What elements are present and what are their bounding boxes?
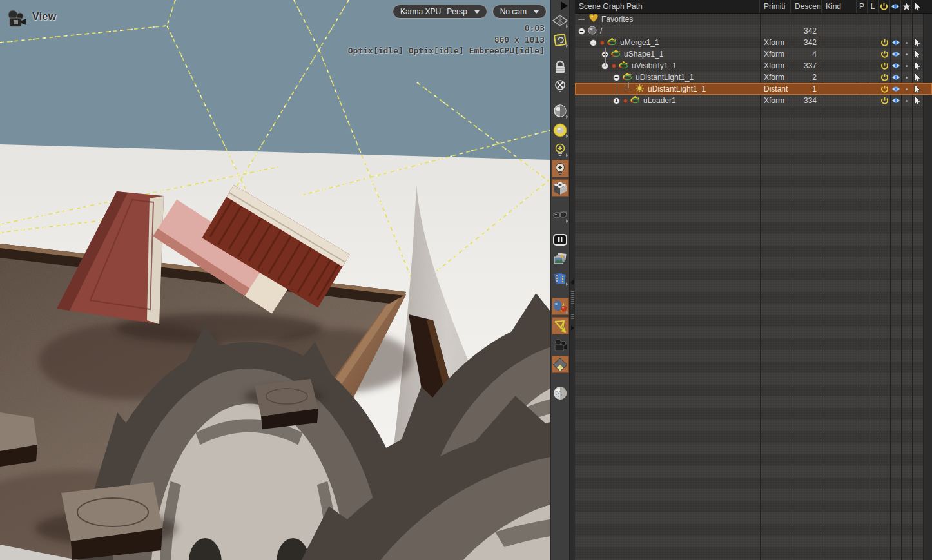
scene-graph-row[interactable]: Favorites bbox=[575, 14, 932, 25]
splitter-right-arrow-icon[interactable] bbox=[571, 325, 574, 331]
scene-lights-icon[interactable] bbox=[552, 160, 569, 177]
visibility-toggle[interactable] bbox=[890, 86, 901, 92]
select-cursor-icon[interactable] bbox=[912, 0, 922, 13]
column-header-l[interactable]: L bbox=[868, 0, 879, 13]
xform-icon bbox=[607, 37, 617, 48]
descendants-count-cell: 337 bbox=[791, 61, 822, 70]
star-dot-icon[interactable] bbox=[906, 42, 908, 44]
select-cursor-cell[interactable] bbox=[912, 61, 922, 70]
power-toggle[interactable] bbox=[879, 62, 890, 70]
scene-graph-row[interactable]: +uShape1_1Xform4 bbox=[575, 48, 932, 60]
spectacles-icon[interactable] bbox=[552, 206, 569, 224]
xform-icon bbox=[611, 49, 621, 59]
column-header-p[interactable]: P bbox=[857, 0, 868, 13]
shading-sphere-icon[interactable] bbox=[552, 102, 569, 119]
select-cursor-cell[interactable] bbox=[912, 50, 922, 59]
render-time: 0:03 bbox=[348, 23, 545, 34]
wire-selection-icon[interactable] bbox=[552, 317, 569, 334]
star-dot-icon[interactable] bbox=[906, 53, 908, 55]
scene-graph-row[interactable]: −uDistantLight1_1Xform2 bbox=[575, 72, 932, 83]
star-dot-icon[interactable] bbox=[906, 88, 908, 90]
tree-connector bbox=[617, 71, 617, 101]
column-header-path[interactable]: Scene Graph Path bbox=[575, 0, 760, 13]
scene-graph-panel: Scene Graph Path Primiti Descen Kind P L… bbox=[575, 0, 932, 560]
scene-graph-row[interactable]: −uVisibility1_1Xform337 bbox=[575, 60, 932, 72]
chevron-down-icon bbox=[474, 10, 480, 14]
frame-region-icon[interactable] bbox=[552, 31, 569, 48]
star-dot-icon[interactable] bbox=[906, 65, 908, 67]
column-header-descendants[interactable]: Descen bbox=[791, 0, 822, 13]
select-cursor-cell[interactable] bbox=[912, 73, 922, 82]
pause-render-icon[interactable] bbox=[552, 231, 569, 248]
scene-graph-row[interactable]: −/342 bbox=[575, 25, 932, 37]
prim-path-cell: −uVisibility1_1 bbox=[575, 60, 760, 72]
renderer-selector[interactable]: Karma XPU Persp bbox=[393, 5, 487, 19]
prim-name-label: uVisibility1_1 bbox=[632, 61, 677, 70]
visibility-toggle[interactable] bbox=[890, 51, 901, 57]
star-dot-icon[interactable] bbox=[906, 77, 908, 79]
camera-selector[interactable]: No cam bbox=[492, 5, 547, 19]
power-toggle[interactable] bbox=[879, 97, 890, 105]
environment-globe-icon[interactable] bbox=[552, 384, 569, 401]
visibility-toggle[interactable] bbox=[890, 97, 901, 104]
population-dot-icon bbox=[623, 99, 628, 103]
primitive-type-cell: Xform bbox=[760, 96, 791, 105]
houdini-window: View Karma XPU Persp No cam 0:03 860 x 1… bbox=[0, 0, 932, 560]
grid-display-icon[interactable] bbox=[552, 356, 569, 373]
select-cursor-cell[interactable] bbox=[912, 96, 922, 105]
prim-path-cell: Favorites bbox=[575, 14, 760, 25]
geometry-display-icon[interactable] bbox=[552, 298, 569, 315]
collapse-expander[interactable]: − bbox=[578, 28, 585, 35]
column-header-kind[interactable]: Kind bbox=[822, 0, 857, 13]
scene-graph-header: Scene Graph Path Primiti Descen Kind P L bbox=[575, 0, 932, 14]
prim-path-cell: +uLoader1 bbox=[575, 95, 760, 106]
scene-graph-row[interactable]: +uLoader1Xform334 bbox=[575, 95, 932, 106]
power-toggle[interactable] bbox=[879, 85, 890, 93]
power-toggle[interactable] bbox=[879, 73, 890, 82]
render-scene bbox=[0, 0, 550, 560]
tree-connector bbox=[605, 48, 606, 66]
image-layers-icon[interactable] bbox=[552, 269, 569, 287]
root-sphere-icon bbox=[588, 26, 597, 37]
power-toggle[interactable] bbox=[879, 39, 890, 47]
camera-icon[interactable] bbox=[552, 336, 569, 354]
star-cell bbox=[901, 100, 912, 102]
visibility-eye-icon[interactable] bbox=[890, 0, 901, 13]
select-cursor-cell[interactable] bbox=[912, 84, 922, 93]
scene-graph-row[interactable]: −uMerge1_1Xform342 bbox=[575, 37, 932, 48]
collapse-expander[interactable]: − bbox=[590, 39, 597, 46]
splitter-grip[interactable] bbox=[571, 291, 574, 320]
view-plane-icon[interactable] bbox=[552, 12, 569, 29]
display-options-toolbar bbox=[550, 0, 569, 560]
primitive-type-cell: Xform bbox=[760, 50, 791, 59]
render-devices: Optix[idle] Optix[idle] EmbreeCPU[idle] bbox=[348, 45, 545, 57]
no-lights-icon[interactable] bbox=[552, 77, 569, 95]
splitter-left-arrow-icon[interactable] bbox=[570, 280, 574, 285]
descendants-count-cell: 1 bbox=[791, 84, 822, 93]
star-cell bbox=[901, 53, 912, 55]
power-icon[interactable] bbox=[879, 0, 890, 13]
power-toggle[interactable] bbox=[879, 50, 890, 59]
panel-splitter[interactable] bbox=[569, 0, 575, 560]
star-icon[interactable] bbox=[901, 0, 912, 13]
descendants-count-cell: 2 bbox=[791, 73, 822, 82]
viewport-label: View bbox=[32, 11, 56, 23]
snapshot-stack-icon[interactable] bbox=[552, 250, 569, 267]
lock-icon[interactable] bbox=[552, 58, 569, 75]
column-header-primitive[interactable]: Primiti bbox=[760, 0, 791, 13]
collapse-arrow-icon[interactable] bbox=[561, 1, 568, 10]
star-dot-icon[interactable] bbox=[906, 100, 908, 102]
visibility-toggle[interactable] bbox=[890, 63, 901, 69]
textured-cube-icon[interactable] bbox=[552, 179, 569, 197]
xform-icon bbox=[619, 61, 628, 71]
visibility-toggle[interactable] bbox=[890, 74, 901, 81]
star-cell bbox=[901, 65, 912, 67]
visibility-toggle[interactable] bbox=[890, 39, 901, 46]
renderer-name: Karma XPU bbox=[400, 7, 441, 16]
xform-icon bbox=[623, 72, 632, 82]
add-light-icon[interactable] bbox=[552, 140, 569, 158]
viewport-3d[interactable]: View Karma XPU Persp No cam 0:03 860 x 1… bbox=[0, 0, 550, 560]
select-cursor-cell[interactable] bbox=[912, 38, 922, 47]
headlight-icon[interactable] bbox=[552, 121, 569, 139]
favorites-heart-icon bbox=[589, 14, 598, 24]
